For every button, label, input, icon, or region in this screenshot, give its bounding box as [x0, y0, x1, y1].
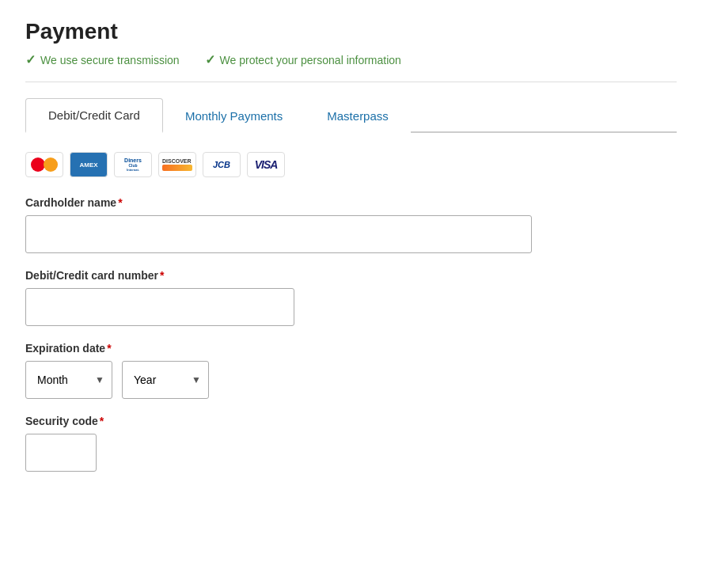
expiry-row: Month 01 02 03 04 05 06 07 08 09 10 11 1…	[25, 361, 677, 399]
required-star-2: *	[160, 269, 164, 282]
security-code-label: Security code*	[25, 415, 677, 427]
page-container: Payment ✓ We use secure transmission ✓ W…	[0, 0, 702, 506]
security-badge-privacy-text: We protect your personal information	[220, 54, 401, 66]
cardnumber-input[interactable]	[25, 288, 294, 326]
discover-icon: DISCOVER	[158, 152, 196, 177]
year-select[interactable]: Year 2024 2025 2026 2027 2028 2029 2030 …	[122, 361, 209, 399]
month-select-wrapper: Month 01 02 03 04 05 06 07 08 09 10 11 1…	[25, 361, 112, 399]
security-badge-transmission-text: We use secure transmission	[40, 54, 180, 66]
security-badge-transmission: ✓ We use secure transmission	[25, 52, 180, 67]
diners-icon: Diners Club Internat.	[114, 152, 152, 177]
tab-monthly-payments[interactable]: Monthly Payments	[163, 98, 305, 133]
checkmark-icon-2: ✓	[205, 52, 215, 67]
card-icons-row: AMEX Diners Club Internat. DISCOVER JCB …	[25, 152, 677, 177]
tab-debit-credit[interactable]: Debit/Credit Card	[25, 98, 163, 133]
cardnumber-label: Debit/Credit card number*	[25, 269, 677, 282]
required-star-3: *	[107, 342, 111, 355]
year-select-wrapper: Year 2024 2025 2026 2027 2028 2029 2030 …	[122, 361, 209, 399]
jcb-icon: JCB	[203, 152, 241, 177]
checkmark-icon: ✓	[25, 52, 36, 67]
tabs: Debit/Credit Card Monthly Payments Maste…	[25, 97, 677, 133]
security-code-group: Security code*	[25, 415, 677, 472]
required-star: *	[118, 196, 122, 209]
expiry-group: Expiration date* Month 01 02 03 04 05 06…	[25, 342, 677, 399]
required-star-4: *	[100, 415, 104, 427]
security-code-input[interactable]	[25, 434, 97, 472]
cardholder-group: Cardholder name*	[25, 196, 677, 253]
expiry-label: Expiration date*	[25, 342, 677, 355]
cardholder-label: Cardholder name*	[25, 196, 677, 209]
amex-icon: AMEX	[70, 152, 108, 177]
security-badge-privacy: ✓ We protect your personal information	[205, 52, 401, 67]
visa-icon: VISA	[247, 152, 285, 177]
tab-masterpass[interactable]: Masterpass	[305, 98, 411, 133]
cardholder-input[interactable]	[25, 215, 532, 253]
security-badges: ✓ We use secure transmission ✓ We protec…	[25, 52, 677, 82]
page-title: Payment	[25, 19, 677, 44]
cardnumber-group: Debit/Credit card number*	[25, 269, 677, 326]
month-select[interactable]: Month 01 02 03 04 05 06 07 08 09 10 11 1…	[25, 361, 112, 399]
mastercard-icon	[25, 152, 63, 177]
